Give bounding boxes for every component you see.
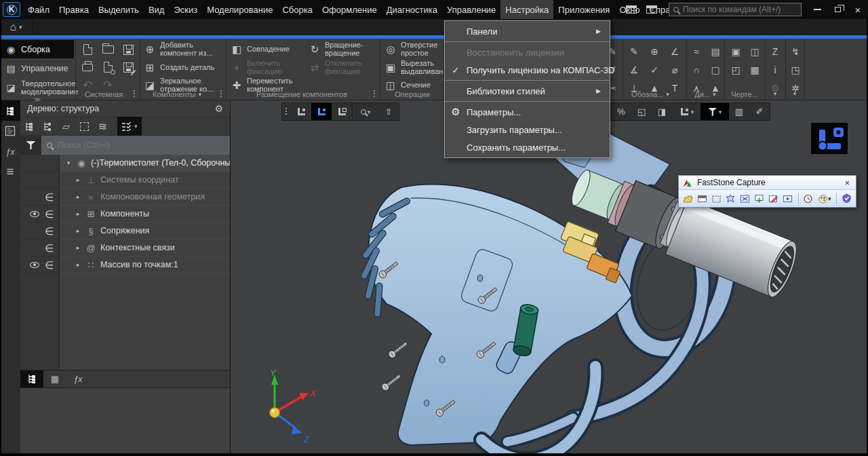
group-grip[interactable] (373, 90, 376, 98)
rotation-rotation-button[interactable]: ↻Вращение- вращение (309, 41, 363, 58)
curve-tool-icon[interactable]: ≈ (688, 43, 705, 60)
nav-solid-modeling[interactable]: ◪ Твердотельное моделирование (1, 78, 74, 96)
edit-annotate-button[interactable] (767, 192, 780, 206)
render-mode-button[interactable]: ◨ (652, 103, 672, 120)
command-search[interactable] (669, 3, 802, 16)
menu-item-load-parameters[interactable]: Загрузить параметры... (445, 121, 610, 138)
nav-assembly[interactable]: ◉ Сборка (1, 40, 74, 58)
cut-extrude-button[interactable]: ▣Вырезать выдавливан (384, 59, 443, 76)
group-grip[interactable] (133, 90, 136, 98)
tree-structure-button[interactable] (39, 117, 57, 135)
print-button[interactable] (79, 58, 96, 76)
annotation-tool-icon[interactable]: ∡ (625, 61, 643, 79)
expand-arrow-icon[interactable]: ▸ (75, 244, 81, 251)
gear-icon[interactable]: ⚙ (214, 103, 223, 114)
coincidence-button[interactable]: ◧Совпадение (231, 41, 290, 58)
command-search-input[interactable] (683, 5, 797, 14)
new-document-button[interactable] (79, 41, 96, 58)
annotation-tool-icon[interactable]: ⌀ (666, 61, 684, 79)
menu-item-restore-licenses[interactable]: Восстановить лицензии (445, 43, 610, 61)
annotation-tool-icon[interactable]: ✓ (646, 61, 663, 79)
capture-rectangle-button[interactable] (710, 192, 723, 206)
capture-fullscreen-button[interactable] (738, 192, 751, 206)
group-grip[interactable] (220, 90, 223, 98)
screen-recorder-button[interactable] (781, 192, 794, 206)
annotation-tool-icon[interactable]: ⊕ (646, 43, 663, 60)
tree-search[interactable] (41, 136, 230, 155)
restore-button[interactable] (827, 0, 848, 19)
visibility-eye-icon[interactable] (30, 262, 39, 268)
capture-scrolling-button[interactable] (753, 192, 766, 206)
parameters-panel-tab[interactable] (0, 121, 20, 141)
measure-button[interactable]: ▥ (729, 103, 749, 120)
menu-item-parameters[interactable]: ⚙ Параметры... (445, 103, 610, 121)
open-file-button[interactable] (682, 192, 694, 206)
menu-select[interactable]: Выделить (94, 0, 144, 19)
menu-file[interactable]: Файл (23, 0, 54, 19)
simple-hole-button[interactable]: ◎Отверстие простое (384, 41, 437, 58)
orientation-dropdown-button[interactable]: ▾ (672, 103, 701, 120)
expand-arrow-icon[interactable]: ▸ (75, 261, 81, 268)
tree-search-input[interactable] (58, 140, 224, 150)
expand-arrow-icon[interactable]: ▸ (75, 176, 81, 183)
menu-modeling[interactable]: Моделирование (202, 0, 277, 19)
menu-sketch[interactable]: Эскиз (169, 0, 202, 19)
tree-row-root[interactable]: ▾ ◉ (-)Термопистолет (Тел-0, Сборочных е (20, 155, 230, 172)
delay-timer-button[interactable] (802, 192, 814, 206)
tree-row-layout-geometry[interactable]: ∈ ▸ ∝ Компоновочная геометрия (20, 189, 230, 206)
add-component-button[interactable]: ⊕Добавить компонент из... (144, 41, 212, 58)
tree-panel-tab[interactable] (0, 100, 20, 121)
menu-diagnostics[interactable]: Диагностика (382, 0, 442, 19)
orientation-xyz-button[interactable] (291, 103, 311, 120)
menu-item-get-license[interactable]: ✓ Получить лицензию на КОМПАС-3D (445, 61, 610, 79)
expand-arrow-icon[interactable]: ▸ (75, 193, 81, 200)
home-tab-button[interactable]: ⌂ ▾ (0, 19, 33, 35)
composition-button[interactable]: ▱ (57, 117, 75, 135)
open-document-button[interactable] (99, 41, 117, 58)
table-tool-icon[interactable]: ▦ (746, 61, 764, 79)
layers-button[interactable]: ≋ (94, 117, 112, 135)
tree-row-components[interactable]: ∈ ▸ ⊞ Компоненты (20, 206, 230, 223)
menu-assembly[interactable]: Сборка (277, 0, 317, 19)
annotation-tool-icon[interactable]: ∠ (666, 43, 684, 60)
close-button[interactable]: × (848, 0, 868, 19)
tree-row-coordinate-systems[interactable]: ▸ ⊥ Системы координат (20, 172, 230, 189)
selection-area-button[interactable] (75, 117, 94, 135)
view-tool-icon[interactable]: ◰ (727, 61, 745, 79)
faststone-settings-button[interactable] (840, 192, 853, 206)
z-order-tool-icon[interactable]: Z (766, 43, 784, 60)
info-tool-icon[interactable]: i (766, 61, 784, 79)
tree-numbering-button[interactable] (20, 117, 39, 135)
bolt-add-tool-icon[interactable]: ↯ (787, 43, 804, 60)
snap-button[interactable]: % (611, 103, 631, 120)
menu-management[interactable]: Управление (442, 0, 500, 19)
zoom-button[interactable]: ▾ (353, 103, 378, 120)
menu-edit[interactable]: Правка (54, 0, 94, 19)
sheet-tool-icon[interactable]: ▤ (707, 43, 724, 60)
annotation-tool-icon[interactable]: ✎ (625, 43, 643, 60)
nav-management[interactable]: ▤ Управление (1, 60, 74, 77)
menu-drawing[interactable]: Оформление (317, 0, 382, 19)
tree-row-context-links[interactable]: ∈ ▸ @ Контекстные связи (20, 240, 230, 256)
tree-row-mates[interactable]: ∈ ▸ § Сопряжения (20, 223, 230, 240)
frame-add-tool-icon[interactable]: ◳ (787, 61, 804, 79)
collapse-ribbon-button[interactable]: ≫ (0, 96, 75, 103)
arc-tool-icon[interactable]: ∩ (688, 61, 705, 79)
page-tool-icon[interactable]: ▢ (707, 61, 724, 79)
menu-view[interactable]: Вид (144, 0, 170, 19)
bottom-tab-tree[interactable] (20, 370, 43, 387)
create-part-button[interactable]: ⊞Создать деталь (144, 59, 214, 76)
view-tool-icon[interactable]: ◫ (746, 43, 764, 60)
panel-menu-icon[interactable]: ≡ (0, 162, 20, 182)
view-tool-icon[interactable]: ▣ (727, 43, 745, 60)
refresh-view-button[interactable]: ⇧ (378, 103, 399, 120)
toolbar-grip[interactable] (285, 107, 288, 116)
filter-icon[interactable] (20, 136, 41, 155)
menu-item-style-libraries[interactable]: Библиотеки стилей ▶ (445, 82, 610, 100)
capture-freehand-button[interactable] (724, 192, 737, 206)
save-as-button[interactable] (119, 58, 137, 76)
eyedropper-button[interactable]: ✐ (749, 103, 770, 120)
faststone-titlebar[interactable]: FastStone Capture × (679, 176, 856, 190)
expand-arrow-icon[interactable]: ▾ (65, 159, 72, 166)
tree-row-point-array[interactable]: ∈ ▸ ∷ Массив по точкам:1 (20, 256, 230, 273)
